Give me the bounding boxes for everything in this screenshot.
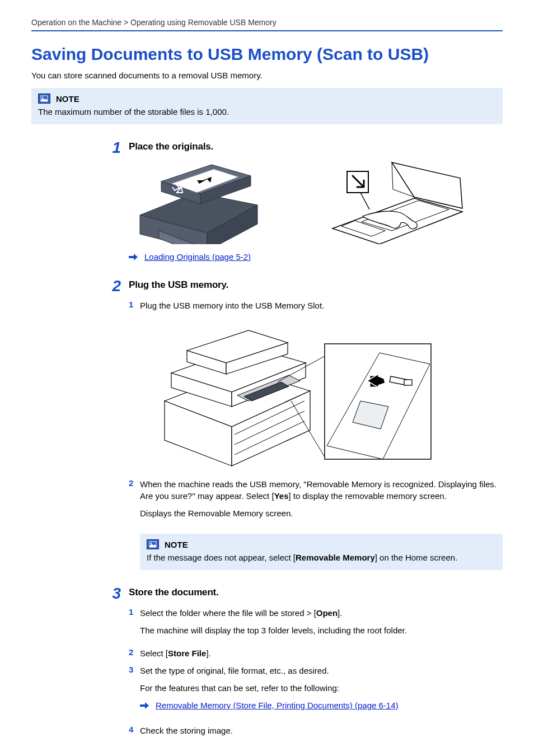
arrow-right-icon [140, 702, 149, 709]
substep-number: 4 [129, 725, 140, 736]
reference-link-loading-originals[interactable]: Loading Originals (page 5-2) [144, 252, 251, 262]
step-title-2: Plug the USB memory. [129, 278, 503, 291]
substep-text: Plug the USB memory into the USB Memory … [140, 300, 503, 311]
inner-note-box: NOTE If the message does not appear, sel… [140, 534, 503, 570]
svg-rect-8 [404, 380, 412, 385]
substep-number: 3 [129, 665, 140, 719]
breadcrumb: Operation on the Machine > Operating usi… [31, 18, 503, 27]
step-title-3: Store the document. [129, 586, 503, 598]
substep-text: Select the folder where the file will be… [140, 607, 503, 642]
svg-line-3 [360, 193, 369, 209]
substep-text: Select [Store File]. [140, 647, 503, 659]
note-icon [147, 539, 159, 549]
substep-number: 2 [129, 478, 140, 525]
note-label: NOTE [165, 540, 188, 549]
page-title: Saving Documents to USB Memory (Scan to … [31, 45, 503, 64]
intro-text: You can store scanned documents to a rem… [31, 71, 503, 80]
step-title-1: Place the originals. [129, 140, 503, 152]
svg-point-1 [42, 97, 43, 98]
header-rule [31, 30, 503, 31]
step-number-3: 3 [104, 586, 129, 601]
substep-number: 1 [129, 607, 140, 642]
substep-text: When the machine reads the USB memory, "… [140, 478, 503, 525]
step-number-1: 1 [104, 140, 129, 156]
note-box: NOTE The maximum number of the storable … [31, 88, 503, 124]
substep-text: Check the storing image. [140, 725, 503, 736]
svg-point-10 [151, 543, 152, 544]
substep-number: 2 [129, 647, 140, 659]
substep-number: 1 [129, 300, 140, 311]
platen-illustration [330, 161, 465, 244]
reference-link-removable-memory[interactable]: Removable Memory (Store File, Printing D… [156, 699, 399, 711]
substep-text: Set the type of original, file format, e… [140, 665, 503, 719]
note-body: The maximum number of the storable files… [38, 107, 496, 116]
arrow-right-icon [129, 254, 138, 260]
note-label: NOTE [56, 94, 79, 104]
note-body: If the message does not appear, select [… [147, 553, 496, 562]
note-icon [38, 94, 50, 104]
step-number-2: 2 [104, 278, 129, 294]
printer-usb-illustration [159, 323, 433, 468]
printer-illustration [129, 161, 269, 244]
